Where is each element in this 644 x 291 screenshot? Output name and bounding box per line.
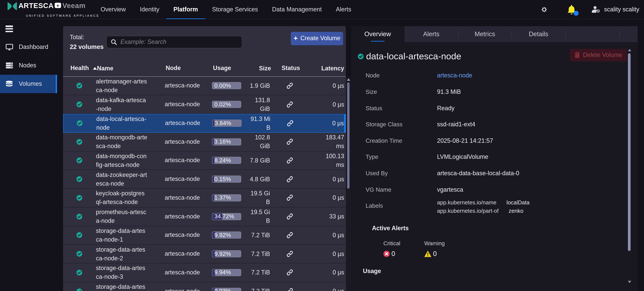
volume-row[interactable]: prometheus-artesca-node artesca-node 34.… <box>63 207 346 226</box>
table-scrollbar-thumb[interactable] <box>347 82 350 189</box>
volume-row[interactable]: storage-data-artesca-node-3 artesca-node… <box>63 263 346 282</box>
status-link-icon[interactable] <box>286 82 293 89</box>
active-alerts-heading: Active Alerts <box>372 225 409 232</box>
detail-field: Type LVMLogicalVolume <box>351 149 631 165</box>
nav-item-alerts[interactable]: Alerts <box>336 0 351 19</box>
column-header-node[interactable]: Node <box>166 65 209 72</box>
volume-latency: 0 µs <box>332 268 344 277</box>
volume-size: 19.5 GiB <box>249 189 270 207</box>
status-link-icon[interactable] <box>286 232 293 239</box>
volume-row[interactable]: storage-data-artesca-node-4 artesca-node… <box>63 282 346 291</box>
notifications-bell-icon[interactable] <box>567 5 576 14</box>
nav-item-platform[interactable]: Platform <box>174 0 198 19</box>
volume-row[interactable]: keycloak-postgresql-artesca-node artesca… <box>63 189 346 207</box>
health-ok-icon <box>76 270 82 276</box>
label-pair: app.kubernetes.io/part-ofzenko <box>437 207 530 215</box>
field-label: Type <box>366 154 378 161</box>
usage-value: 34.72% <box>214 213 234 220</box>
volume-latency: 100.13 ms <box>325 152 344 169</box>
status-link-icon[interactable] <box>286 157 293 164</box>
create-volume-button[interactable]: + Create Volume <box>291 32 343 45</box>
column-header-size[interactable]: Size <box>242 64 271 73</box>
detail-scrollbar[interactable] <box>628 26 631 291</box>
artesca-veeam-logo: ARTESCA + Veeam UNIFIED SOFTWARE APPLIAN… <box>8 2 86 10</box>
search-input[interactable]: Example: Search <box>106 36 242 48</box>
status-link-icon[interactable] <box>286 176 293 182</box>
search-icon <box>111 39 117 45</box>
usage-badge: 8.24% <box>212 157 241 164</box>
volume-size: 102.8 GiB <box>249 133 270 150</box>
volume-name: data-kafka-artesca-node <box>96 96 148 113</box>
detail-tab-alerts[interactable]: Alerts <box>404 26 458 42</box>
scroll-down-icon[interactable] <box>628 281 631 283</box>
sidebar-item-dashboard[interactable]: Dashboard <box>0 38 57 56</box>
sidebar-toggle-hamburger-icon[interactable] <box>5 25 13 33</box>
sidebar-menu: Dashboard Nodes Volumes <box>0 38 57 93</box>
detail-tab-details[interactable]: Details <box>512 26 566 42</box>
sort-asc-icon <box>93 67 97 70</box>
critical-label: Critical <box>384 240 400 247</box>
volume-row[interactable]: storage-data-artesca-node-2 artesca-node… <box>63 245 346 264</box>
volume-latency: 0 µs <box>332 100 344 109</box>
status-link-icon[interactable] <box>286 138 293 145</box>
usage-value: 9.93% <box>214 288 231 291</box>
status-link-icon[interactable] <box>287 120 294 127</box>
scroll-up-icon[interactable] <box>347 78 350 81</box>
detail-tab-overview[interactable]: Overview <box>351 26 404 42</box>
health-ok-icon <box>76 214 82 219</box>
volume-node: artesca-node <box>165 120 209 127</box>
scroll-up-icon[interactable] <box>628 49 631 51</box>
nav-item-data-management[interactable]: Data Management <box>272 0 322 19</box>
volume-row[interactable]: data-mongodb-config-artesca-node artesca… <box>63 151 346 170</box>
volume-row[interactable]: data-zookeeper-artesca-node artesca-node… <box>63 170 346 189</box>
settings-gear-icon[interactable] <box>541 6 548 13</box>
detail-scrollbar-thumb[interactable] <box>628 53 630 251</box>
volume-size: 19.5 GiB <box>249 208 270 225</box>
volume-latency: 0 µs <box>332 175 344 183</box>
field-value: LVMLogicalVolume <box>437 154 488 161</box>
volume-health-icon <box>358 54 364 59</box>
volume-row[interactable]: data-kafka-artesca-node artesca-node 0.0… <box>63 95 346 114</box>
nav-item-storage-services[interactable]: Storage Services <box>212 0 258 19</box>
status-link-icon[interactable] <box>286 269 293 276</box>
volume-row[interactable]: storage-data-artesca-node-1 artesca-node… <box>63 226 346 245</box>
status-link-icon[interactable] <box>286 251 293 257</box>
usage-badge: 9.92% <box>212 232 241 239</box>
main-nav: Overview Identity Platform Storage Servi… <box>100 0 351 19</box>
user-menu[interactable]: scality scality <box>592 6 639 13</box>
volume-row[interactable]: data-local-artesca-node artesca-node 3.8… <box>63 114 346 133</box>
volume-name: data-mongodb-artesca-node <box>96 133 148 150</box>
logo-plus-icon: + <box>55 3 61 8</box>
sidebar-item-nodes[interactable]: Nodes <box>0 56 57 75</box>
status-link-icon[interactable] <box>286 101 293 108</box>
field-label: Used By <box>366 170 388 177</box>
volume-name: storage-data-artesca-node-2 <box>96 245 148 263</box>
volume-name: prometheus-artesca-node <box>96 208 148 225</box>
usage-badge: 9.92% <box>212 250 241 257</box>
volume-name: data-mongodb-config-artesca-node <box>96 152 148 169</box>
status-link-icon[interactable] <box>286 213 293 220</box>
status-link-icon[interactable] <box>286 195 293 201</box>
nav-item-identity[interactable]: Identity <box>140 0 159 19</box>
column-header-latency[interactable]: Latency <box>310 64 346 73</box>
health-ok-icon <box>76 195 82 201</box>
table-scrollbar[interactable] <box>346 77 351 291</box>
usage-badge: 9.93% <box>212 288 241 291</box>
volume-row[interactable]: alertmanager-artesca-node artesca-node 0… <box>63 77 346 95</box>
detail-tab-metrics[interactable]: Metrics <box>458 26 512 42</box>
column-header-health[interactable]: Health <box>63 65 97 72</box>
volume-row[interactable]: data-mongodb-artesca-node artesca-node 3… <box>63 133 346 151</box>
status-link-icon[interactable] <box>286 288 293 291</box>
delete-volume-button[interactable]: Delete Volume <box>570 49 627 61</box>
detail-field: Node artesca-node <box>351 67 631 84</box>
volume-node: artesca-node <box>165 269 208 276</box>
usage-value: 1.37% <box>214 194 231 201</box>
usage-badge: 3.84% <box>212 120 242 127</box>
column-header-name[interactable]: Name <box>97 64 149 73</box>
column-header-status[interactable]: Status <box>271 65 310 72</box>
nav-item-overview[interactable]: Overview <box>100 0 126 19</box>
volume-detail-panel: Overview Alerts Metrics Details data-loc… <box>351 26 638 291</box>
column-header-usage[interactable]: Usage <box>213 65 242 72</box>
volume-name: data-zookeeper-artesca-node <box>96 170 148 188</box>
sidebar-item-volumes[interactable]: Volumes <box>0 75 57 93</box>
